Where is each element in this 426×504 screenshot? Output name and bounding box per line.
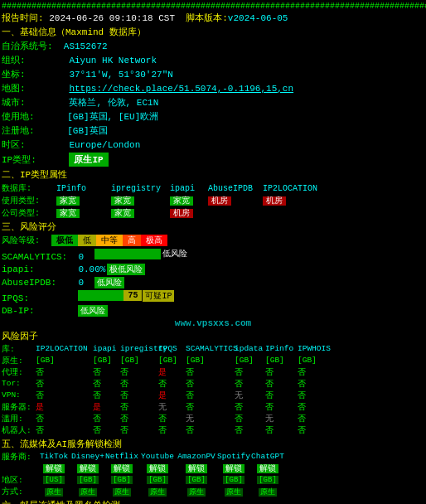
unlock-netflix: 解锁 xyxy=(105,463,138,474)
rf-tor-scam: 否 xyxy=(186,379,234,390)
media-unlock-label xyxy=(2,463,36,474)
media-amazon: AmazonPV xyxy=(177,452,216,463)
ipqs-bar-green xyxy=(78,290,123,301)
rf-bot-ipreg: 否 xyxy=(120,425,157,436)
rf-px-ipwhois: 否 xyxy=(298,367,331,378)
scam-bar-label: 低风险 xyxy=(162,248,187,259)
page-container: ########################################… xyxy=(2,2,424,504)
media-spotify: Spotify xyxy=(217,452,250,463)
rf-native-row: 原生: [GB] [GB] [GB] [GB] [GB] [GB] [GB] [… xyxy=(2,356,424,366)
risk-extreme: 极高 xyxy=(141,235,167,246)
usage-line: 使用地: [GB]英国, [EU]欧洲 xyxy=(2,109,424,124)
tz-line: 时区: Europe/London xyxy=(2,138,424,152)
risk-med: 中等 xyxy=(96,235,123,246)
rf-vpn-row: VPN: 否 否 否 是 否 无 否 否 xyxy=(2,390,424,401)
rf-nat-ip2loc: [GB] xyxy=(36,356,92,366)
coords-line: 坐标: 37°11'W, 51°30'27"N xyxy=(2,67,424,81)
rf-srv-ipinfo: 否 xyxy=(265,402,297,413)
unlock-chatgpt: 解锁 xyxy=(251,463,284,474)
risk-high: 高 xyxy=(123,235,141,246)
rf-mis-ip2loc: 否 xyxy=(36,414,92,424)
rf-nat-ipreg: [GB] xyxy=(120,356,157,366)
rf-bot-ipapi: 否 xyxy=(93,425,119,436)
media-youtube: Youtube xyxy=(139,452,176,463)
unlock-youtube: 解锁 xyxy=(139,463,176,474)
unlock-tiktok: 解锁 xyxy=(37,463,70,474)
rf-vpn-ipapi: 否 xyxy=(93,390,119,401)
meth-chatgpt: 原生 xyxy=(251,487,284,497)
rf-mis-label: 滥用: xyxy=(2,414,35,424)
rf-bot-scam: 否 xyxy=(186,425,234,436)
meth-spotify: 原生 xyxy=(217,487,250,497)
db-abuseipdb-col: AbuseIPDB xyxy=(208,184,258,193)
rf-px-ipreg: 否 xyxy=(120,367,157,378)
ipqs-bar: 75 可疑IP xyxy=(78,290,174,302)
as-line: 自治系统号: AS152672 xyxy=(2,39,424,53)
db-ip2loc-col: IP2LOCATION xyxy=(263,184,329,193)
rf-col-ipwhois: IPWHOIS xyxy=(298,344,331,355)
rf-tor-label: Tor: xyxy=(2,379,35,390)
media-disney: Disney+ xyxy=(71,452,104,463)
scam-bar-fill xyxy=(94,249,161,259)
rf-srv-ip2loc: 是 xyxy=(36,402,92,413)
rf-tor-ipwhois: 否 xyxy=(298,379,331,390)
media-tiktok: TikTok xyxy=(37,452,70,463)
media-method-row: 方式: 原生 原生 原生 原生 原生 原生 原生 xyxy=(2,487,424,497)
rf-proxy-row: 代理: 否 否 否 是 否 否 否 否 xyxy=(2,367,424,378)
unlock-spotify: 解锁 xyxy=(217,463,250,474)
reg-chatgpt: [GB] xyxy=(251,475,284,486)
reg-amazon: [GB] xyxy=(177,475,216,486)
media-region-label: 地区: xyxy=(2,475,36,486)
usage-jiayu1: 家宽 xyxy=(56,195,106,206)
section2-title: 二、IP类型属性 xyxy=(2,167,424,182)
report-info-line: 报告时间: 2024-06-26 09:10:18 CST 脚本版本: v202… xyxy=(2,11,424,25)
company-jifang: 机房 xyxy=(170,207,203,219)
rf-px-ip2loc: 否 xyxy=(36,367,92,378)
rf-vpn-label: VPN: xyxy=(2,390,35,401)
risk-level-label: 风险等级: xyxy=(2,235,51,246)
rf-vpn-ip2loc: 否 xyxy=(36,390,92,401)
section5-title: 五、流媒体及AI服务解锁检测 xyxy=(2,437,424,451)
rf-nat-scam: [GB] xyxy=(186,356,234,366)
risk-mid: 低 xyxy=(78,235,96,246)
rf-vpn-scam: 否 xyxy=(186,390,234,401)
section3-title: 三、风险评分 xyxy=(2,220,424,234)
unlock-amazon: 解锁 xyxy=(177,463,216,474)
rf-nat-ipwhois: [GB] xyxy=(298,356,331,366)
rf-srv-scam: 否 xyxy=(186,402,234,413)
ip-type-badge: 原生IP xyxy=(69,153,108,167)
usage-jifang1: 机房 xyxy=(208,195,258,206)
reg-line: 注册地: [GB]英国 xyxy=(2,124,424,138)
map-line: 地图: https://check.place/51.5074,-0.1196,… xyxy=(2,81,424,95)
media-method-label: 方式: xyxy=(2,487,36,497)
scam-bar: 低风险 xyxy=(94,248,187,259)
map-link[interactable]: https://check.place/51.5074,-0.1196,15,c… xyxy=(69,84,293,94)
rf-mis-ipinfo: 无 xyxy=(265,414,297,424)
rf-native-label: 原生: xyxy=(2,356,35,366)
rf-srv-ipdata: 否 xyxy=(235,402,264,413)
reg-disney: [GB] xyxy=(71,475,104,486)
rf-bot-ipinfo: 否 xyxy=(265,425,297,436)
meth-tiktok: 原生 xyxy=(37,487,70,497)
ipqs-line: IPQS: 75 可疑IP xyxy=(2,289,424,305)
reg-youtube: [GB] xyxy=(139,475,176,486)
unlock-disney: 解锁 xyxy=(71,463,104,474)
reg-spotify: [GB] xyxy=(217,475,250,486)
media-netflix: Netflix xyxy=(105,452,138,463)
rf-mis-ipapi: 否 xyxy=(93,414,119,424)
rf-tor-row: Tor: 否 否 否 否 否 否 否 否 xyxy=(2,379,424,390)
risk-level-bar-row: 风险等级: 极低 低 中等 高 极高 xyxy=(2,235,424,246)
rf-vpn-ipdata: 无 xyxy=(235,390,264,401)
meth-youtube: 原生 xyxy=(139,487,176,497)
rf-nat-ipdata: [GB] xyxy=(235,356,264,366)
db-ipinfo-col: IPinfo xyxy=(56,184,106,193)
rf-col-ipdata: ipdata xyxy=(235,344,264,355)
rf-vpn-ipinfo: 否 xyxy=(265,390,297,401)
rf-vpn-ipreg: 否 xyxy=(120,390,157,401)
dbip-badge: 低风险 xyxy=(78,305,108,317)
rf-px-ipapi: 否 xyxy=(93,367,119,378)
watermark-line: www.vpsxxs.com xyxy=(2,317,424,329)
rf-tor-ipqs: 否 xyxy=(158,379,185,390)
ipapi-badge: 极低风险 xyxy=(107,264,145,275)
rf-col-scam: SCAMALYTICS xyxy=(186,344,234,355)
